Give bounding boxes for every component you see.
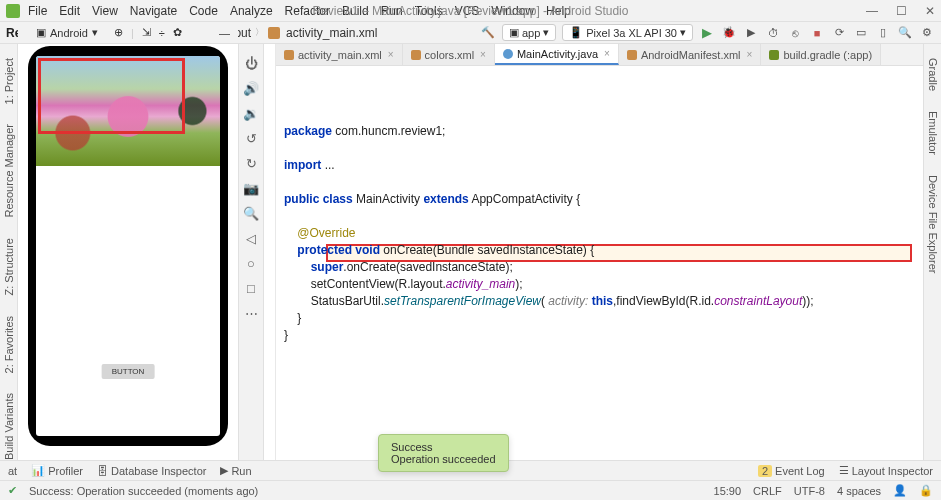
line-separator[interactable]: CRLF — [753, 485, 782, 497]
more-icon[interactable]: ⋯ — [245, 306, 258, 321]
device-nav-bar: ◀ ● ■ — [36, 416, 220, 430]
zoom-in-icon[interactable]: 🔍 — [243, 206, 259, 221]
menu-edit[interactable]: Edit — [59, 4, 80, 18]
stop-icon[interactable]: ■ — [809, 25, 825, 41]
run-config-dropdown[interactable]: ▣ app ▾ — [502, 24, 556, 41]
tool-run[interactable]: ▶ Run — [220, 464, 251, 477]
editor-area: activity_main.xml× colors.xml× MainActiv… — [276, 44, 923, 462]
device-dropdown[interactable]: 📱 Pixel 3a XL API 30 ▾ — [562, 24, 693, 41]
tab-manifest[interactable]: AndroidManifest.xml× — [619, 44, 762, 65]
layout-preview-panel: ▣ Android ▾ ⊕ | ⇲ ÷ ✿ — BUTTON ◀ ● ■ — [18, 44, 238, 462]
event-log-button[interactable]: 2 Event Log — [758, 465, 825, 477]
code-editor[interactable]: package com.huncm.review1; import ... pu… — [276, 66, 923, 462]
close-tab-icon[interactable]: × — [747, 49, 753, 60]
device-frame: BUTTON ◀ ● ■ — [28, 46, 228, 446]
nav-home-icon: ● — [125, 416, 132, 430]
coverage-icon[interactable]: ▶ — [743, 25, 759, 41]
tab-activity-main[interactable]: activity_main.xml× — [276, 44, 403, 65]
nav-recent-icon: ■ — [186, 416, 193, 430]
menu-navigate[interactable]: Navigate — [130, 4, 177, 18]
tool-device-explorer[interactable]: Device File Explorer — [927, 175, 939, 273]
minimize-icon[interactable]: — — [866, 4, 878, 18]
menu-file[interactable]: File — [28, 4, 47, 18]
divider: | — [131, 27, 134, 39]
title-bar: File Edit View Navigate Code Analyze Ref… — [0, 0, 941, 22]
caret-position[interactable]: 15:90 — [714, 485, 742, 497]
toast-message: Operation succeeded — [391, 453, 496, 465]
xml-icon — [284, 50, 294, 60]
sync-icon[interactable]: ⟳ — [831, 25, 847, 41]
toast-title: Success — [391, 441, 496, 453]
attach-icon[interactable]: ⎋ — [787, 25, 803, 41]
hide-icon[interactable]: — — [219, 27, 230, 39]
home-icon[interactable]: ○ — [247, 256, 255, 271]
tool-resource-manager[interactable]: Resource Manager — [3, 124, 15, 218]
avd-icon[interactable]: ▭ — [853, 25, 869, 41]
run-icon[interactable]: ▶ — [699, 25, 715, 41]
tool-database[interactable]: 🗄 Database Inspector — [97, 465, 206, 477]
status-check-icon: ✔ — [8, 484, 17, 497]
nav-back-icon: ◀ — [63, 416, 72, 430]
editor-tabs: activity_main.xml× colors.xml× MainActiv… — [276, 44, 923, 66]
maximize-icon[interactable]: ☐ — [896, 4, 907, 18]
project-view-dropdown[interactable]: ▣ Android ▾ — [36, 26, 98, 39]
settings-icon[interactable]: ⚙ — [919, 25, 935, 41]
inspection-icon[interactable]: 👤 — [893, 484, 907, 497]
volume-up-icon[interactable]: 🔊 — [243, 81, 259, 96]
layout-inspector-button[interactable]: ☰ Layout Inspector — [839, 464, 933, 477]
gradle-icon — [769, 50, 779, 60]
device-screen[interactable]: BUTTON ◀ ● ■ — [36, 56, 220, 436]
indent-info[interactable]: 4 spaces — [837, 485, 881, 497]
tool-favorites[interactable]: 2: Favorites — [3, 316, 15, 373]
close-tab-icon[interactable]: × — [388, 49, 394, 60]
android-studio-logo — [6, 4, 20, 18]
gear-icon[interactable]: ✿ — [173, 26, 182, 39]
emulator-toolbar: ⏻ 🔊 🔉 ↺ ↻ 📷 🔍 ◁ ○ □ ⋯ — [238, 44, 264, 462]
tool-emulator[interactable]: Emulator — [927, 111, 939, 155]
menu-view[interactable]: View — [92, 4, 118, 18]
editor-gutter — [264, 44, 276, 462]
java-icon — [503, 49, 513, 59]
rotate-right-icon[interactable]: ↻ — [246, 156, 257, 171]
run-toolbar: 🔨 ▣ app ▾ 📱 Pixel 3a XL API 30 ▾ ▶ 🐞 ▶ ⏱… — [480, 24, 935, 41]
back-icon[interactable]: ◁ — [246, 231, 256, 246]
tab-build-gradle[interactable]: build.gradle (:app) — [761, 44, 881, 65]
status-message: Success: Operation succeeded (moments ag… — [29, 485, 258, 497]
lock-icon[interactable]: 🔒 — [919, 484, 933, 497]
tab-mainactivity[interactable]: MainActivity.java× — [495, 44, 619, 65]
tool-build-variants[interactable]: Build Variants — [3, 393, 15, 460]
tab-colors[interactable]: colors.xml× — [403, 44, 495, 65]
build-icon[interactable]: 🔨 — [480, 25, 496, 41]
bottom-truncated: at — [8, 465, 17, 477]
search-icon[interactable]: 🔍 — [897, 25, 913, 41]
xml-icon — [627, 50, 637, 60]
profile-icon[interactable]: ⏱ — [765, 25, 781, 41]
file-encoding[interactable]: UTF-8 — [794, 485, 825, 497]
volume-down-icon[interactable]: 🔉 — [243, 106, 259, 121]
menu-code[interactable]: Code — [189, 4, 218, 18]
sdk-icon[interactable]: ▯ — [875, 25, 891, 41]
close-tab-icon[interactable]: × — [604, 48, 610, 59]
close-icon[interactable]: ✕ — [925, 4, 935, 18]
tool-project[interactable]: 1: Project — [3, 58, 15, 104]
right-tool-strip: Gradle Emulator Device File Explorer — [923, 44, 941, 462]
expand-icon[interactable]: ⇲ — [142, 26, 151, 39]
tool-profiler[interactable]: 📊 Profiler — [31, 464, 83, 477]
overview-icon[interactable]: □ — [247, 281, 255, 296]
left-tool-strip: 1: Project Resource Manager Z: Structure… — [0, 44, 18, 462]
menu-analyze[interactable]: Analyze — [230, 4, 273, 18]
crumb-file[interactable]: activity_main.xml — [286, 26, 377, 40]
close-tab-icon[interactable]: × — [480, 49, 486, 60]
rotate-left-icon[interactable]: ↺ — [246, 131, 257, 146]
xml-file-icon — [268, 27, 280, 39]
debug-icon[interactable]: 🐞 — [721, 25, 737, 41]
target-icon[interactable]: ⊕ — [114, 26, 123, 39]
selection-highlight — [38, 58, 185, 134]
collapse-icon[interactable]: ÷ — [159, 27, 165, 39]
tool-structure[interactable]: Z: Structure — [3, 238, 15, 295]
camera-icon[interactable]: 📷 — [243, 181, 259, 196]
window-title: Review1 – MainActivity.java [Review1.app… — [313, 4, 629, 18]
tool-gradle[interactable]: Gradle — [927, 58, 939, 91]
success-toast: Success Operation succeeded — [378, 434, 509, 472]
power-icon[interactable]: ⏻ — [245, 56, 258, 71]
